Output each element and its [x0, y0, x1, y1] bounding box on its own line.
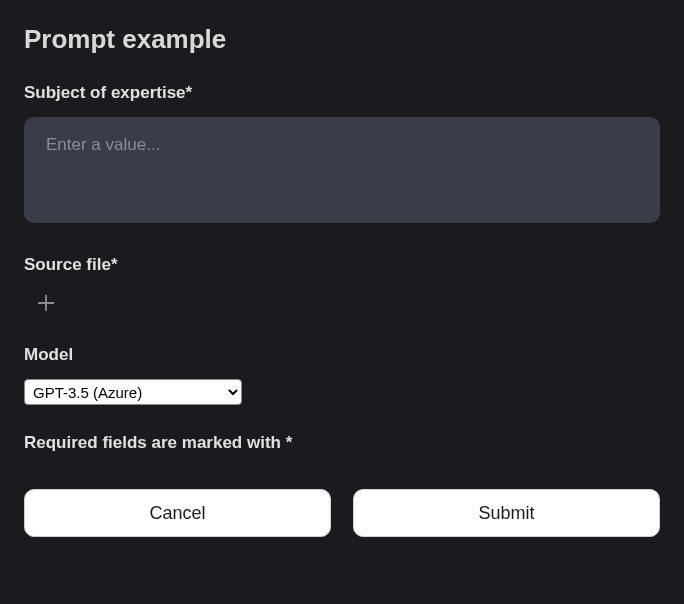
required-hint: Required fields are marked with * — [24, 433, 660, 453]
plus-icon — [35, 292, 57, 314]
cancel-button[interactable]: Cancel — [24, 489, 331, 537]
model-field: Model GPT-3.5 (Azure) — [24, 345, 660, 405]
source-file-label: Source file* — [24, 255, 660, 275]
add-file-button[interactable] — [32, 289, 60, 317]
model-label: Model — [24, 345, 660, 365]
model-select[interactable]: GPT-3.5 (Azure) — [24, 379, 242, 405]
source-file-field: Source file* — [24, 255, 660, 317]
subject-label: Subject of expertise* — [24, 83, 660, 103]
subject-input[interactable] — [24, 117, 660, 223]
page-title: Prompt example — [24, 24, 660, 55]
subject-field: Subject of expertise* — [24, 83, 660, 227]
submit-button[interactable]: Submit — [353, 489, 660, 537]
button-row: Cancel Submit — [24, 489, 660, 537]
